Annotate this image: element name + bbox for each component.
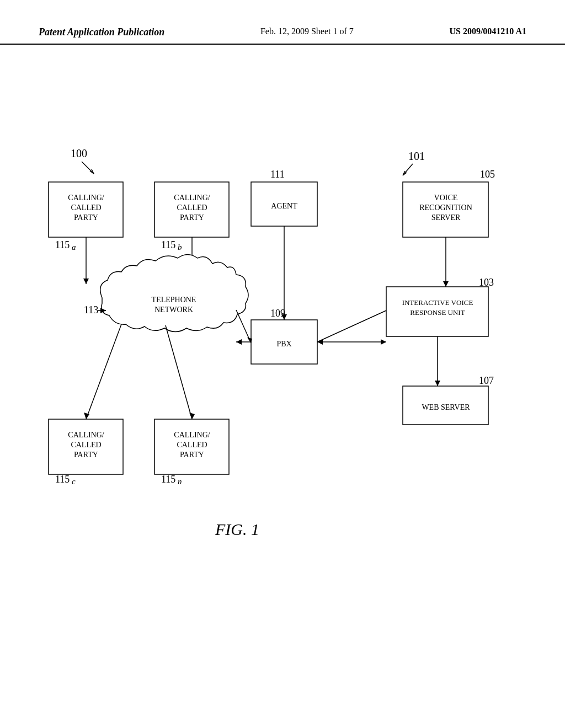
ref-115n-letter: n <box>178 477 182 486</box>
box-agent: AGENT <box>271 202 297 210</box>
ref-101: 101 <box>408 150 425 162</box>
ref-111: 111 <box>270 169 285 180</box>
box-115n-line2: CALLED <box>177 441 207 449</box>
ref-107: 107 <box>479 375 494 386</box>
box-115a-line2: CALLED <box>71 204 101 212</box>
fig-label: FIG. 1 <box>215 520 259 538</box>
box-vrs-line1: VOICE <box>434 194 458 202</box>
box-115b-line1: CALLING/ <box>174 194 210 202</box>
svg-marker-17 <box>443 281 449 287</box>
box-115b-line2: CALLED <box>177 204 207 212</box>
svg-line-27 <box>317 311 386 342</box>
box-115c-line2: CALLED <box>71 441 101 449</box>
ref-115b-letter: b <box>178 243 182 251</box>
box-115a-line1: CALLING/ <box>68 194 104 202</box>
ref-115a-letter: a <box>72 243 76 251</box>
box-ivru-line1: INTERACTIVE VOICE <box>402 298 473 307</box>
date-sheet-label: Feb. 12, 2009 Sheet 1 of 7 <box>260 26 354 36</box>
ref-115a: 115 <box>55 239 70 250</box>
diagram-area: 100 101 CALLING/ CALLED PARTY 115 a CALL… <box>0 55 565 662</box>
ref-115c-letter: c <box>72 477 76 486</box>
box-webserver: WEB SERVER <box>422 403 470 411</box>
svg-marker-33 <box>435 381 440 386</box>
box-115a-line3: PARTY <box>74 213 98 222</box>
box-115c-line1: CALLING/ <box>68 431 104 439</box>
box-vrs-line3: SERVER <box>431 213 461 222</box>
ref-103: 103 <box>479 277 494 288</box>
svg-marker-29 <box>381 339 386 345</box>
publication-label: Patent Application Publication <box>39 26 164 38</box>
box-115n-line1: CALLING/ <box>174 431 210 439</box>
cloud-network-line2: NETWORK <box>154 306 193 314</box>
svg-line-38 <box>166 325 192 419</box>
svg-marker-39 <box>189 413 195 419</box>
svg-line-0 <box>82 162 94 174</box>
ref-115b: 115 <box>161 239 175 250</box>
ref-113: 113 <box>84 304 98 315</box>
ref-100: 100 <box>71 147 87 159</box>
ref-109: 109 <box>270 308 285 319</box>
cloud-network-line1: TELEPHONE <box>152 296 196 304</box>
svg-marker-30 <box>317 339 323 345</box>
box-115b-line3: PARTY <box>180 213 204 222</box>
ref-105: 105 <box>480 169 495 180</box>
ref-115n: 115 <box>161 474 175 485</box>
svg-line-3 <box>403 164 413 175</box>
box-115c-line3: PARTY <box>74 451 98 459</box>
box-115n-line3: PARTY <box>180 451 204 459</box>
page: Patent Application Publication Feb. 12, … <box>0 0 565 728</box>
patent-number-label: US 2009/0041210 A1 <box>449 26 526 36</box>
svg-marker-8 <box>83 279 89 284</box>
ref-115c: 115 <box>55 474 70 485</box>
page-header: Patent Application Publication Feb. 12, … <box>0 0 565 45</box>
svg-marker-25 <box>236 339 242 345</box>
box-ivru-line2: RESPONSE UNIT <box>410 308 465 317</box>
box-vrs-line2: RECOGNITION <box>419 204 472 212</box>
svg-line-36 <box>86 324 121 419</box>
box-pbx: PBX <box>276 340 291 348</box>
